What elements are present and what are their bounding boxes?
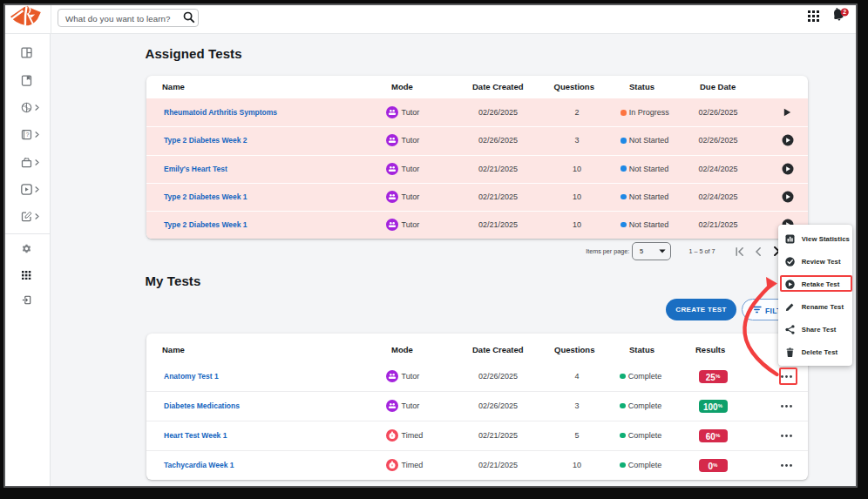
svg-text:?: ? — [25, 131, 29, 138]
svg-text:2: 2 — [843, 9, 846, 15]
